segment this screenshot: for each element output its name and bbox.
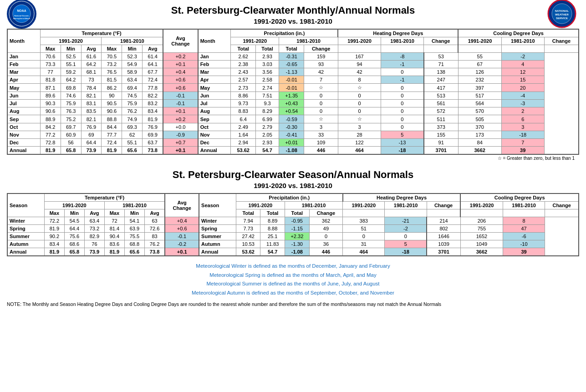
max2-header: Max <box>102 45 122 53</box>
month-label: Jan <box>7 53 40 61</box>
avg1-header: Avg <box>81 45 102 53</box>
table-row: Oct 84.2 69.7 76.9 84.4 69.3 76.9 +0.0 O… <box>7 123 579 131</box>
svg-text:NATIONAL: NATIONAL <box>555 10 569 12</box>
ptotal2-header: Total <box>279 45 304 53</box>
hdd1-header <box>338 45 381 53</box>
max1-header: Max <box>40 45 61 53</box>
table-row: Feb 73.3 55.1 64.2 73.2 54.9 64.1 +0.1 F… <box>7 61 579 68</box>
ptotal1b-header: Total <box>255 45 279 53</box>
avg-change-cell: +0.1 <box>163 61 198 68</box>
hdd-header: Heating Degree Days <box>338 29 458 37</box>
svg-text:Atmospheric Admin: Atmospheric Admin <box>13 17 31 20</box>
avg-change-cell: +0.2 <box>163 53 198 61</box>
season-col-header2: Season <box>199 193 236 217</box>
table-row: Aug 90.6 76.3 83.5 90.6 76.2 83.4 +0.1 A… <box>7 107 579 115</box>
table-row: Jun 89.6 74.6 82.1 90 74.5 82.2 -0.1 Jun… <box>7 92 579 100</box>
month-label: Mar <box>7 68 40 76</box>
cdd-period2: 1981-2010 <box>501 37 544 45</box>
cddch-header <box>544 45 579 53</box>
s-min2-header: Min <box>124 209 144 217</box>
note-line1: Meteorological Winter is defined as the … <box>7 262 579 271</box>
s-hdd2-header <box>385 209 427 217</box>
s-avg2-header: Avg <box>144 209 165 217</box>
precip-period1: 1991-2020 <box>231 37 279 45</box>
month-label2: Jul <box>198 100 231 107</box>
seasonal-table: Season Temperature (°F) AvgChange Season… <box>7 193 579 256</box>
table-row: Dec 72.8 56 64.4 72.4 55.1 63.7 +0.7 Dec… <box>7 139 579 147</box>
pchange-header: Change <box>304 45 338 53</box>
precip-change-cell: -0.30 <box>279 123 304 131</box>
precip-change-cell: -1.30 <box>285 240 309 248</box>
avg-change-cell: +0.7 <box>163 139 198 147</box>
cdd1-header <box>458 45 501 53</box>
header-row-1: Month Temperature (°F) AvgChange Month P… <box>7 29 579 37</box>
precip-change-cell: -0.01 <box>279 84 304 92</box>
month-label: Jun <box>7 92 40 100</box>
month-label: Oct <box>7 123 40 131</box>
noaa-logo: NOAA National Oceanic Atmospheric Admin <box>7 0 39 31</box>
avg-change-cell: +0.4 <box>163 68 198 76</box>
season-label: Autumn <box>7 240 44 248</box>
precip-change-cell: +0.01 <box>279 139 304 147</box>
table-row: Autumn 83.4 68.6 76 83.6 68.8 76.2 -0.2 … <box>7 240 579 248</box>
precip-change-cell: +0.43 <box>279 100 304 107</box>
s-cdd-header: Cooling Degree Days <box>460 193 579 202</box>
s-hdd-header: Heating Degree Days <box>343 193 461 202</box>
s-max1-header: Max <box>44 209 64 217</box>
s-hdd-change: Change <box>427 202 460 209</box>
s-cdd2-header <box>503 209 545 217</box>
temp-period2: 1981-2010 <box>102 37 163 45</box>
s-pchange-header: Change <box>309 209 342 217</box>
month-label2: Aug <box>198 107 231 115</box>
s-precip-period1: 1991-2020 <box>236 202 285 209</box>
monthly-table-wrapper: Month Temperature (°F) AvgChange Month P… <box>7 29 579 161</box>
s-temp-period1: 1991-2020 <box>44 202 104 209</box>
avg-change-cell: -0.1 <box>163 100 198 107</box>
precip-period2: 1981-2010 <box>279 37 338 45</box>
avg-change-cell: -0.1 <box>165 233 199 240</box>
season-label: Spring <box>7 225 44 233</box>
avg-change-cell: -0.9 <box>163 131 198 139</box>
season-label2: Autumn <box>199 240 236 248</box>
notes-area: Meteorological Winter is defined as the … <box>7 262 579 297</box>
month-label: Apr <box>7 76 40 84</box>
month-label2: May <box>198 84 231 92</box>
monthly-table: Month Temperature (°F) AvgChange Month P… <box>7 29 579 155</box>
avg-change-cell: +0.6 <box>163 76 198 84</box>
svg-point-1 <box>13 5 31 22</box>
min2-header: Min <box>122 45 143 53</box>
month-label2: Dec <box>198 139 231 147</box>
svg-text:SERVICE: SERVICE <box>556 17 568 20</box>
table-row: Summer 90.2 75.6 82.9 90.4 75.5 83 -0.1 … <box>7 233 579 240</box>
min1-header: Min <box>61 45 81 53</box>
ptotal1-header: Total <box>231 45 256 53</box>
nws-logo: NATIONAL WEATHER SERVICE <box>547 0 579 31</box>
header: NOAA National Oceanic Atmospheric Admin … <box>7 5 579 25</box>
season-col-header: Season <box>7 193 44 217</box>
avg-change-cell: +0.1 <box>163 107 198 115</box>
header-row-2: 1991-2020 1981-2010 1991-2020 1981-2010 … <box>7 37 579 45</box>
hdd-period2: 1981-2010 <box>381 37 424 45</box>
note-line4: Meteorological Autumn is defined as the … <box>7 289 579 298</box>
s-hdd-period2: 1981-2010 <box>385 202 427 209</box>
s-cdd-change: Change <box>545 202 579 209</box>
precip-change-cell: -0.31 <box>279 53 304 61</box>
precip-change-cell: -0.01 <box>279 76 304 84</box>
annual-row: Annual 81.9 65.8 73.9 81.9 65.6 73.8 +0.… <box>7 248 579 256</box>
avg-change-cell: +0.6 <box>163 84 198 92</box>
seasonal-table-wrapper: Season Temperature (°F) AvgChange Season… <box>7 193 579 256</box>
s-min1-header: Min <box>64 209 84 217</box>
s-temp-header: Temperature (°F) <box>44 193 165 202</box>
s-ptotal1-header: Total <box>236 209 260 217</box>
header-row-3: Max Min Avg Max Min Avg Total Total Tota… <box>7 45 579 53</box>
avg-change-cell: +0.2 <box>163 115 198 123</box>
s-ptotal1b-header: Total <box>260 209 285 217</box>
month-label2: Jan <box>198 53 231 61</box>
month-label2: Mar <box>198 68 231 76</box>
svg-text:WEATHER: WEATHER <box>555 13 569 16</box>
s-max2-header: Max <box>104 209 124 217</box>
hdd-change: Change <box>424 37 459 45</box>
month-col-header: Month <box>7 29 40 53</box>
s-header-row-1: Season Temperature (°F) AvgChange Season… <box>7 193 579 202</box>
month-label2: Nov <box>198 131 231 139</box>
